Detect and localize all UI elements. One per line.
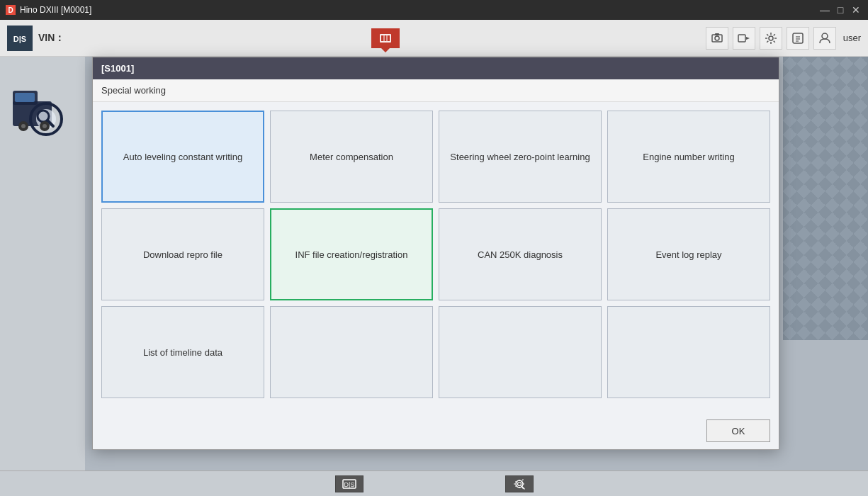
close-button[interactable]: ✕: [850, 4, 862, 16]
svg-point-25: [21, 124, 26, 128]
steering-wheel-label: Steering wheel zero-point learning: [450, 152, 590, 162]
settings-button[interactable]: [760, 27, 782, 50]
truck-icon: [7, 78, 78, 149]
grid-row-1: Auto leveling constant writing Meter com…: [101, 111, 770, 203]
can-250k-button[interactable]: CAN 250K diagnosis: [439, 208, 602, 300]
status-left-button[interactable]: D|S: [335, 475, 363, 492]
decorative-pattern: [783, 57, 868, 340]
user-icon-button[interactable]: [813, 27, 836, 50]
empty-cell-1: [270, 306, 433, 398]
minimize-button[interactable]: —: [818, 4, 831, 16]
svg-text:D|S: D|S: [13, 35, 26, 43]
can-250k-label: CAN 250K diagnosis: [478, 249, 563, 260]
info-button[interactable]: [787, 27, 809, 50]
maximize-button[interactable]: □: [834, 4, 847, 16]
screenshot-button[interactable]: [706, 27, 728, 50]
svg-point-31: [517, 482, 521, 485]
modal-id: [S1001]: [101, 63, 134, 74]
inf-file-button[interactable]: INF file creation/registration: [270, 208, 433, 300]
meter-compensation-label: Meter compensation: [310, 152, 393, 162]
status-right-button[interactable]: [505, 475, 534, 492]
empty-cell-3: [607, 306, 770, 398]
auto-leveling-button[interactable]: Auto leveling constant writing: [101, 111, 264, 203]
engine-number-label: Engine number writing: [643, 152, 734, 162]
meter-compensation-button[interactable]: Meter compensation: [270, 111, 433, 203]
list-timeline-button[interactable]: List of timeline data: [101, 306, 264, 398]
app-icon: D: [6, 5, 16, 15]
modal-footer: OK: [93, 412, 779, 449]
svg-rect-3: [381, 35, 390, 41]
modal-subtitle: Special working: [101, 85, 166, 96]
modal-body: Auto leveling constant writing Meter com…: [93, 102, 779, 412]
svg-marker-10: [746, 37, 750, 40]
user-label: user: [843, 33, 861, 43]
modal-dialog: [S1001] Special working Auto leveling co…: [92, 57, 779, 450]
window-title: Hino DXIII [M0001]: [20, 5, 91, 15]
connection-indicator: [371, 28, 400, 48]
svg-rect-9: [738, 35, 745, 42]
svg-rect-8: [715, 33, 719, 35]
steering-wheel-button[interactable]: Steering wheel zero-point learning: [439, 111, 602, 203]
empty-cell-2: [439, 306, 602, 398]
svg-point-27: [43, 124, 47, 128]
title-bar: D Hino DXIII [M0001] — □ ✕: [0, 0, 868, 20]
toolbar: D|S VIN： user: [0, 20, 868, 57]
svg-point-16: [822, 33, 828, 39]
status-bar: D|S: [0, 470, 868, 496]
inf-file-label: INF file creation/registration: [295, 249, 408, 260]
download-repro-button[interactable]: Download repro file: [101, 208, 264, 300]
svg-text:D|S: D|S: [344, 481, 354, 488]
engine-number-button[interactable]: Engine number writing: [607, 111, 770, 203]
download-repro-label: Download repro file: [143, 249, 222, 260]
record-button[interactable]: [733, 27, 755, 50]
grid-row-3: List of timeline data: [101, 306, 770, 398]
modal-subheader: Special working: [93, 79, 779, 102]
ok-button[interactable]: OK: [706, 419, 770, 442]
event-log-label: Event log replay: [655, 249, 721, 260]
svg-rect-19: [15, 93, 35, 102]
modal-header: [S1001]: [93, 57, 779, 79]
auto-leveling-label: Auto leveling constant writing: [123, 152, 242, 162]
list-timeline-label: List of timeline data: [143, 347, 222, 358]
left-panel: [0, 57, 85, 470]
svg-rect-12: [793, 33, 803, 43]
event-log-button[interactable]: Event log replay: [607, 208, 770, 300]
vin-label: VIN：: [38, 32, 64, 45]
svg-point-11: [769, 36, 773, 40]
app-logo: D|S: [7, 26, 33, 51]
svg-point-7: [715, 36, 719, 40]
grid-row-2: Download repro file INF file creation/re…: [101, 208, 770, 300]
